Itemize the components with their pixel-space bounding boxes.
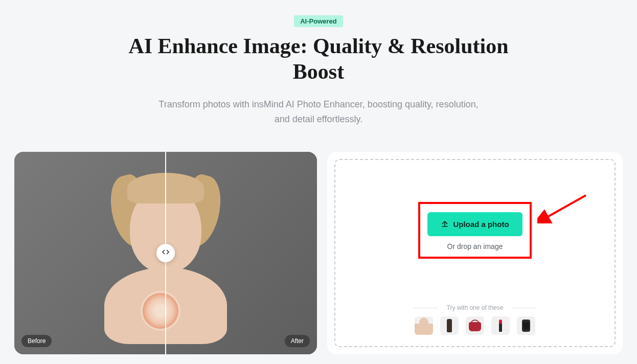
sample-thumb-handbag[interactable] xyxy=(466,316,484,335)
sample-thumb-watch[interactable] xyxy=(517,316,535,335)
sample-thumb-lipstick[interactable] xyxy=(491,316,510,335)
samples-label: Try with one of these xyxy=(413,304,537,311)
upload-dropzone[interactable]: Upload a photo Or drop an image Try with… xyxy=(334,159,616,347)
samples-section: Try with one of these xyxy=(335,304,615,346)
before-after-preview: Before After xyxy=(14,152,317,354)
page-title: AI Enhance Image: Quality & Resolution B… xyxy=(114,33,523,85)
before-label: Before xyxy=(21,335,52,347)
ai-powered-badge: AI-Powered xyxy=(294,15,343,27)
svg-line-1 xyxy=(545,195,586,218)
drag-horizontal-icon xyxy=(162,248,170,258)
page-container: AI-Powered AI Enhance Image: Quality & R… xyxy=(0,0,637,364)
upload-icon xyxy=(441,219,449,229)
upload-highlight-annotation: Upload a photo Or drop an image xyxy=(418,202,531,259)
after-label: After xyxy=(285,335,310,347)
upload-panel: Upload a photo Or drop an image Try with… xyxy=(327,152,623,354)
comparison-slider-handle[interactable] xyxy=(156,244,175,262)
sample-thumbs xyxy=(415,316,535,335)
page-subtitle: Transform photos with insMind AI Photo E… xyxy=(155,97,482,127)
arrow-annotation-icon xyxy=(537,193,588,223)
sample-thumb-bottle[interactable] xyxy=(440,316,459,335)
sample-thumb-portrait[interactable] xyxy=(415,316,433,335)
drop-hint-text: Or drop an image xyxy=(447,242,503,251)
upload-photo-button[interactable]: Upload a photo xyxy=(427,212,522,236)
content-row: Before After xyxy=(0,152,637,354)
upload-button-label: Upload a photo xyxy=(453,220,509,229)
